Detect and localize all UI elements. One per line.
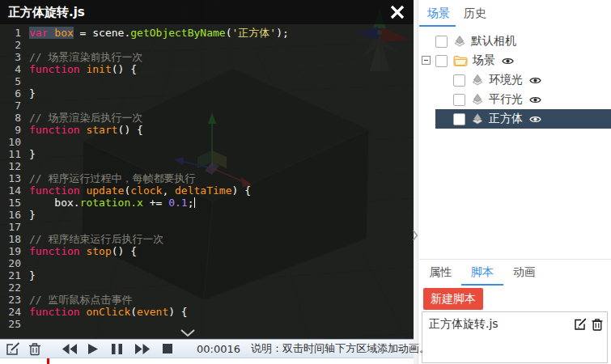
panel-divider: [419, 259, 611, 260]
timeline-hint: 说明：双击时间轴下方区域添加动画。: [251, 341, 430, 356]
line-number: 24: [0, 306, 21, 318]
object-icon: [471, 112, 484, 125]
code-line: 12: [0, 160, 414, 172]
line-number: 5: [0, 75, 21, 87]
line-number: 4: [0, 63, 21, 75]
detail-tab[interactable]: 属性: [419, 260, 461, 286]
line-number: 3: [0, 51, 21, 63]
line-number: 23: [0, 294, 21, 306]
line-number: 8: [0, 112, 21, 124]
line-number: 18: [0, 233, 21, 245]
script-list: 正方体旋转.js: [422, 311, 608, 363]
line-number: 1: [0, 27, 21, 39]
code-line: 7: [0, 99, 414, 112]
tree-item-checkbox[interactable]: [453, 113, 465, 125]
tree-item-label: 正方体: [489, 112, 523, 126]
line-number: 17: [0, 221, 21, 233]
object-icon: [471, 74, 484, 87]
tree-item[interactable]: 默认相机: [435, 32, 611, 51]
timeline-playhead[interactable]: [47, 358, 49, 364]
play-icon[interactable]: [88, 344, 98, 354]
code-line: 15 box.rotation.x += 0.1;: [0, 197, 414, 209]
code-line: 9function start() {: [0, 124, 414, 136]
code-line: 16}: [0, 209, 414, 221]
tree-item[interactable]: 正方体: [435, 109, 611, 129]
scene-tab[interactable]: 场景: [419, 0, 456, 27]
line-number: 16: [0, 209, 21, 221]
code-line: 18// 程序结束运行后执行一次: [0, 233, 414, 245]
code-line: 14function update(clock, deltaTime) {: [0, 184, 414, 197]
text-cursor: [194, 197, 195, 208]
script-list-item[interactable]: 正方体旋转.js: [422, 312, 607, 336]
line-number: 20: [0, 257, 21, 269]
eye-icon[interactable]: [502, 57, 514, 66]
tree-item-label: 环境光: [489, 73, 523, 87]
tree-item-label: 平行光: [489, 92, 523, 107]
tree-item-checkbox[interactable]: [435, 55, 448, 67]
script-name: 正方体旋转.js: [429, 317, 569, 332]
code-line: 3// 场景渲染前执行一次: [0, 51, 414, 63]
edit-icon[interactable]: [574, 318, 587, 331]
trash-icon[interactable]: [592, 318, 603, 331]
line-number: 13: [0, 172, 21, 184]
tree-item[interactable]: 环境光: [435, 70, 611, 90]
tree-item[interactable]: 场景: [435, 51, 611, 70]
right-panel: 场景历史 默认相机场景环境光平行光正方体 属性脚本动画 新建脚本 正方体旋转.j…: [419, 0, 611, 364]
code-line: 1var box = scene.getObjectByName('正方体');: [0, 27, 414, 39]
object-icon: [471, 93, 484, 106]
eye-icon[interactable]: [529, 115, 541, 124]
code-line: 5: [0, 75, 414, 87]
playback-time: 00:0016: [197, 343, 240, 355]
editor-title: 正方体旋转.js: [8, 5, 85, 20]
scene-panel-tabs: 场景历史: [419, 0, 611, 27]
playback-toolbar: 00:0016 说明：双击时间轴下方区域添加动画。: [0, 339, 414, 358]
line-number: 9: [0, 124, 21, 136]
close-icon[interactable]: [388, 3, 406, 21]
eye-icon[interactable]: [529, 95, 541, 104]
line-number: 12: [0, 160, 21, 172]
tree-item-label: 默认相机: [471, 34, 516, 49]
code-line: 6}: [0, 87, 414, 99]
detail-tab[interactable]: 脚本: [461, 260, 503, 286]
code-line: 17: [0, 221, 414, 233]
tree-item-checkbox[interactable]: [435, 36, 448, 48]
timeline-track[interactable]: [0, 358, 414, 364]
pause-icon[interactable]: [112, 344, 122, 354]
code-line: 4function init() {: [0, 63, 414, 75]
panel-collapse-icon[interactable]: [412, 229, 418, 245]
line-number: 2: [0, 39, 21, 51]
eye-icon[interactable]: [529, 76, 541, 85]
tree-item-checkbox[interactable]: [453, 94, 465, 106]
code-line: 25: [0, 318, 414, 330]
new-script-button[interactable]: 新建脚本: [423, 288, 483, 310]
detail-tab[interactable]: 动画: [503, 260, 545, 286]
code-editor[interactable]: 1var box = scene.getObjectByName('正方体');…: [0, 24, 414, 338]
detail-panel-tabs: 属性脚本动画: [419, 260, 545, 286]
code-line: 19function stop() {: [0, 245, 414, 257]
stop-icon[interactable]: [163, 344, 172, 353]
panel-gutter: [414, 0, 418, 364]
scene-tab[interactable]: 历史: [456, 0, 492, 27]
tree-item-label: 场景: [473, 53, 495, 68]
line-number: 11: [0, 148, 21, 160]
rewind-icon[interactable]: [62, 344, 77, 354]
app-window: 1var box = scene.getObjectByName('正方体');…: [0, 0, 611, 364]
line-number: 7: [0, 99, 21, 112]
edit-icon[interactable]: [6, 342, 21, 356]
code-line: 10: [0, 136, 414, 148]
code-line: 21}: [0, 269, 414, 281]
line-number: 10: [0, 136, 21, 148]
trash-icon[interactable]: [28, 342, 41, 356]
object-icon: [453, 35, 466, 48]
tree-item-checkbox[interactable]: [453, 74, 465, 87]
line-number: 19: [0, 245, 21, 257]
line-number: 21: [0, 269, 21, 281]
code-line: 13// 程序运行过程中，每帧都要执行: [0, 172, 414, 184]
line-number: 14: [0, 184, 21, 197]
fast-forward-icon[interactable]: [135, 344, 150, 354]
code-line: 2: [0, 39, 414, 51]
line-number: 22: [0, 281, 21, 294]
tree-item[interactable]: 平行光: [435, 90, 611, 109]
tree-expander-icon[interactable]: [422, 56, 431, 65]
line-number: 15: [0, 197, 21, 209]
